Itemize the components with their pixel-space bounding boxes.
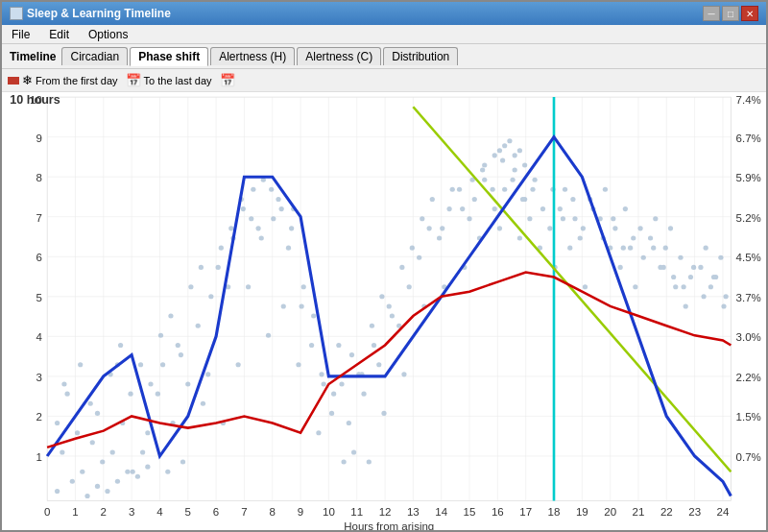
maximize-button[interactable]: □ xyxy=(722,6,739,21)
svg-point-64 xyxy=(241,206,246,211)
svg-point-106 xyxy=(482,178,487,182)
x-label-15: 15 xyxy=(464,506,476,518)
x-label-21: 21 xyxy=(633,506,645,518)
menu-edit[interactable]: Edit xyxy=(43,27,75,42)
svg-point-211 xyxy=(691,265,696,270)
x-label-3: 3 xyxy=(129,506,134,518)
calendar-icon: 📅 xyxy=(126,73,141,87)
svg-rect-0 xyxy=(47,97,731,501)
svg-point-59 xyxy=(201,401,205,406)
svg-point-49 xyxy=(156,392,160,397)
x-label-24: 24 xyxy=(717,506,730,518)
tab-circadian[interactable]: Circadian xyxy=(61,47,128,65)
calendar2-icon: 📅 xyxy=(220,73,235,87)
svg-point-172 xyxy=(299,303,303,308)
svg-point-116 xyxy=(532,178,537,182)
svg-point-46 xyxy=(131,470,135,474)
svg-point-76 xyxy=(301,284,306,289)
x-label-7: 7 xyxy=(241,506,247,518)
x-label-13: 13 xyxy=(407,506,420,518)
svg-point-224 xyxy=(70,479,75,484)
x-label-12: 12 xyxy=(379,506,392,518)
to-last-day[interactable]: 📅 To the last day xyxy=(126,73,212,87)
svg-point-174 xyxy=(319,372,324,376)
svg-point-96 xyxy=(417,255,421,260)
svg-point-205 xyxy=(631,235,636,240)
tab-distribution[interactable]: Distribution xyxy=(383,47,458,65)
svg-point-204 xyxy=(621,246,626,251)
tab-phase-shift[interactable]: Phase shift xyxy=(130,47,208,66)
svg-point-132 xyxy=(628,246,633,251)
svg-point-164 xyxy=(219,246,224,251)
svg-point-55 xyxy=(185,381,190,386)
svg-point-66 xyxy=(251,187,255,192)
svg-point-146 xyxy=(704,246,708,251)
y-label-2: 2 xyxy=(36,412,41,423)
svg-point-130 xyxy=(623,206,628,211)
x-label-20: 20 xyxy=(604,506,616,518)
svg-point-183 xyxy=(410,246,415,251)
right-label-3: 5.9% xyxy=(736,172,761,183)
svg-point-175 xyxy=(329,411,334,416)
y-label-7: 7 xyxy=(36,212,41,224)
svg-point-195 xyxy=(530,187,535,192)
tab-alertness-h[interactable]: Alertness (H) xyxy=(210,47,295,65)
x-label-22: 22 xyxy=(660,506,673,518)
svg-point-229 xyxy=(125,470,130,474)
menu-options[interactable]: Options xyxy=(83,27,133,42)
svg-point-223 xyxy=(55,489,60,494)
svg-point-71 xyxy=(266,333,271,338)
svg-point-210 xyxy=(681,284,685,289)
svg-point-99 xyxy=(437,235,442,240)
svg-point-231 xyxy=(145,465,150,470)
svg-point-159 xyxy=(168,314,173,319)
svg-point-81 xyxy=(331,392,336,397)
right-label-2: 6.7% xyxy=(736,133,761,144)
x-label-4: 4 xyxy=(156,506,162,518)
svg-point-145 xyxy=(708,284,713,289)
svg-point-129 xyxy=(612,226,617,230)
tab-alertness-c[interactable]: Alertness (C) xyxy=(297,47,381,65)
svg-point-123 xyxy=(578,235,583,240)
svg-point-48 xyxy=(140,449,145,454)
from-first-day[interactable]: ❄ From the first day xyxy=(8,73,118,87)
svg-point-218 xyxy=(513,153,517,157)
right-label-1: 7.4% xyxy=(736,94,761,106)
svg-point-203 xyxy=(611,216,615,221)
svg-point-84 xyxy=(347,421,351,425)
menu-file[interactable]: File xyxy=(6,27,36,42)
svg-point-73 xyxy=(286,246,291,251)
svg-point-160 xyxy=(179,352,183,357)
hours-label: 10 hours xyxy=(10,93,60,107)
minimize-button[interactable]: ─ xyxy=(703,6,720,21)
svg-point-122 xyxy=(567,246,572,251)
svg-point-154 xyxy=(118,343,123,348)
svg-point-208 xyxy=(661,265,666,270)
svg-point-215 xyxy=(482,162,487,167)
svg-point-180 xyxy=(379,294,384,299)
svg-point-151 xyxy=(78,362,83,367)
svg-point-167 xyxy=(249,216,253,221)
svg-point-56 xyxy=(180,460,185,465)
svg-point-157 xyxy=(148,381,153,386)
svg-point-199 xyxy=(570,197,575,202)
svg-point-41 xyxy=(64,392,69,397)
svg-point-43 xyxy=(110,449,115,454)
svg-point-169 xyxy=(269,187,274,192)
calendar-picker[interactable]: 📅 xyxy=(220,73,235,87)
svg-point-54 xyxy=(176,343,180,348)
x-axis-label: Hours from arising xyxy=(344,520,434,530)
svg-point-150 xyxy=(61,381,66,386)
svg-point-228 xyxy=(115,479,120,484)
svg-point-198 xyxy=(561,216,565,221)
x-label-11: 11 xyxy=(350,506,363,518)
svg-point-103 xyxy=(467,216,471,221)
toolbar: ❄ From the first day 📅 To the last day 📅 xyxy=(2,69,766,92)
svg-point-227 xyxy=(105,489,109,494)
close-button[interactable]: ✕ xyxy=(741,6,758,21)
svg-point-121 xyxy=(572,216,577,221)
from-label: From the first day xyxy=(36,75,118,86)
svg-point-177 xyxy=(349,352,354,357)
svg-point-139 xyxy=(673,284,678,289)
svg-point-44 xyxy=(95,411,100,416)
